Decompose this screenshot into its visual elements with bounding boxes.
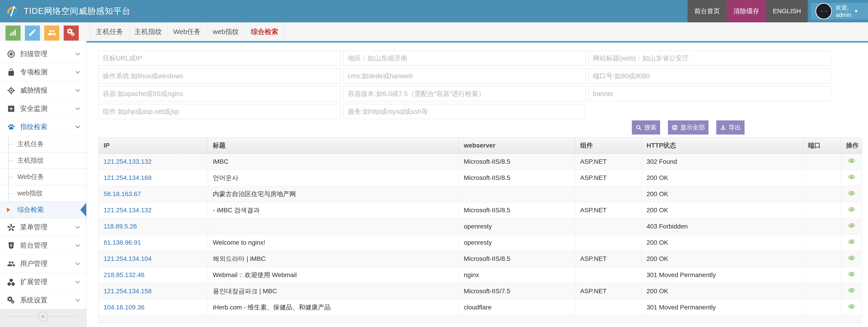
ip-link[interactable]: 121.254.134.158 (103, 288, 152, 295)
search-form: 搜索显示全部导出 (98, 51, 831, 135)
eye-icon[interactable] (847, 255, 856, 261)
eye-icon[interactable] (847, 173, 856, 181)
eye-icon[interactable] (847, 238, 856, 245)
component-cell: ASP.NET (575, 170, 642, 186)
ip-link[interactable]: 121.254.133.132 (103, 158, 152, 165)
eye-icon[interactable] (847, 190, 856, 197)
submenu: 主机任务主机指纹Web任务web指纹综合检索 (0, 136, 86, 218)
component-input[interactable] (98, 104, 341, 119)
tab-host-task[interactable]: 主机任务 (90, 22, 129, 41)
sidebar-item-security-monitor[interactable]: 安全监测 (0, 100, 86, 118)
table-body: 121.254.133.132iMBCMicrosoft-IIS/8.5ASP.… (99, 154, 862, 323)
html5-icon: 5 (6, 241, 17, 250)
port-cell (803, 186, 841, 202)
edit-quick-button[interactable] (25, 26, 40, 41)
tabs: 主机任务主机指纹Web任务web指纹综合检索 (90, 22, 284, 41)
tab-web-fingerprint[interactable]: web指纹 (207, 22, 245, 41)
front-home-button[interactable]: 前台首页 (687, 0, 727, 22)
tab-web-task[interactable]: Web任务 (168, 22, 207, 41)
settings-quick-button[interactable] (64, 26, 79, 41)
sidebar-item-user-management[interactable]: 用户管理 (0, 255, 86, 273)
eye-icon[interactable] (847, 287, 856, 294)
clear-cache-button[interactable]: 清除缓存 (727, 0, 766, 22)
paw-icon (6, 123, 17, 131)
sidebar-item-frontend-management[interactable]: 5前台管理 (0, 236, 86, 255)
column-header: 操作 (841, 137, 862, 154)
table-filler-row (99, 315, 862, 323)
ip-link[interactable]: 58.18.163.67 (103, 190, 141, 197)
chart-quick-button[interactable] (5, 26, 21, 41)
ip-cell: 58.18.163.67 (99, 186, 208, 202)
column-header: HTTP状态 (642, 137, 803, 154)
sidebar-item-scan-management[interactable]: 扫描管理 (0, 45, 86, 63)
users-quick-button[interactable] (44, 26, 59, 41)
sidebar-item-menu-management[interactable]: 菜单管理 (0, 218, 86, 236)
sidebar-item-threat-intel-label: 威胁情报 (20, 86, 48, 95)
port-input[interactable] (588, 68, 831, 84)
ip-link[interactable]: 104.16.109.36 (103, 304, 145, 311)
english-button[interactable]: ENGLISH (766, 0, 808, 22)
quick-buttons (5, 26, 79, 41)
cms-input[interactable] (343, 68, 586, 84)
action-cell (841, 234, 862, 251)
tab-comprehensive-search[interactable]: 综合检索 (245, 22, 284, 41)
sidebar-item-frontend-management-label: 前台管理 (20, 241, 48, 250)
sidebar-sub-comprehensive-search[interactable]: 综合检索 (0, 202, 86, 218)
webserver-cell: Microsoft-IIS/8.5 (459, 251, 575, 267)
sidebar-sub-web-fingerprint[interactable]: web指纹 (0, 186, 86, 202)
eye-icon[interactable] (847, 271, 856, 277)
show-all-button[interactable]: 显示全部 (668, 121, 709, 135)
eye-icon[interactable] (847, 222, 856, 229)
eye-icon[interactable] (847, 206, 856, 213)
sidebar-sub-web-task[interactable]: Web任务 (0, 169, 86, 186)
bar-chart-icon (9, 28, 17, 38)
search-button-label: 搜索 (644, 123, 656, 132)
ip-cell: 121.254.133.132 (99, 154, 208, 170)
sidebar-item-extension-management[interactable]: 扩展管理 (0, 273, 86, 291)
action-cell (841, 299, 862, 315)
chevron-down-icon (74, 69, 81, 75)
ip-link[interactable]: 121.254.134.104 (103, 255, 152, 262)
sidebar-sub-host-task[interactable]: 主机任务 (0, 136, 86, 153)
http_status-cell: 302 Found (642, 154, 803, 170)
ip-link[interactable]: 218.85.132.46 (103, 271, 145, 279)
container-input[interactable] (98, 86, 341, 101)
target-url-ip-input[interactable] (98, 51, 341, 66)
ip-link[interactable]: 121.254.134.132 (103, 206, 152, 214)
ip-cell: 121.254.134.168 (99, 170, 208, 186)
user-menu[interactable]: 欢迎,admin ▼ (811, 3, 868, 20)
container-version-input[interactable] (343, 86, 586, 101)
eye-icon[interactable] (847, 303, 856, 310)
service-input[interactable] (343, 104, 586, 119)
action-cell (841, 251, 862, 267)
avatar[interactable] (815, 3, 832, 20)
component-cell (575, 234, 642, 251)
site-title-input[interactable] (588, 51, 831, 66)
os-input[interactable] (98, 68, 341, 84)
eye-icon[interactable] (847, 157, 856, 164)
webserver-cell: nginx (459, 267, 575, 283)
tab-host-fingerprint[interactable]: 主机指纹 (129, 22, 168, 41)
banner-input[interactable] (588, 86, 831, 101)
ip-cell: 118.89.5.26 (99, 218, 208, 234)
sidebar-item-fingerprint-search[interactable]: 指纹检索 (0, 118, 86, 136)
action-cell (841, 283, 862, 299)
sidebar-collapse-button[interactable]: « (38, 312, 48, 322)
sidebar-sub-host-fingerprint[interactable]: 主机指纹 (0, 153, 86, 169)
export-button[interactable]: 导出 (716, 121, 745, 135)
region-input[interactable] (343, 51, 586, 66)
port-cell (803, 251, 841, 267)
chevron-down-icon (74, 51, 81, 57)
column-header: 端口 (803, 137, 841, 154)
caret-down-icon[interactable]: ▼ (854, 9, 859, 14)
sidebar-item-special-detection[interactable]: 专项检测 (0, 63, 86, 81)
sidebar-item-system-settings[interactable]: 系统设置 (0, 291, 86, 309)
search-button[interactable]: 搜索 (632, 121, 660, 135)
sidebar-sub-web-fingerprint-label: web指纹 (17, 189, 43, 198)
webserver-cell: Microsoft-IIS/8.5 (459, 202, 575, 218)
ip-link[interactable]: 118.89.5.26 (103, 223, 137, 230)
ip-link[interactable]: 61.138.96.91 (103, 239, 141, 246)
webserver-cell: Microsoft-IIS/8.5 (459, 170, 575, 186)
ip-link[interactable]: 121.254.134.168 (103, 174, 152, 181)
sidebar-item-threat-intel[interactable]: 威胁情报 (0, 81, 86, 100)
